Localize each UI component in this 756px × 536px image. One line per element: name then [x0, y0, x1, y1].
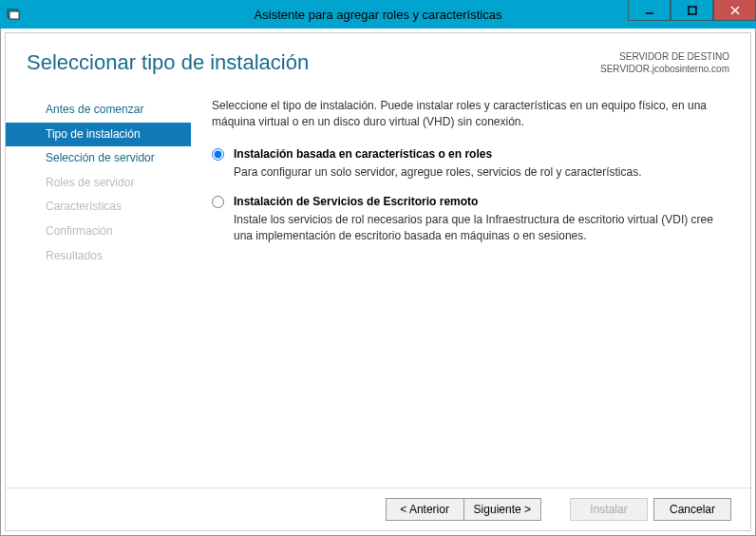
wizard-footer: < Anterior Siguiente > Instalar Cancelar [6, 488, 750, 530]
titlebar: Asistente para agregar roles y caracterí… [0, 0, 756, 29]
sidebar-item-server-roles: Roles de servidor [6, 171, 191, 196]
maximize-button[interactable] [671, 0, 713, 21]
option-remote-desktop[interactable]: Instalación de Servicios de Escritorio r… [212, 195, 724, 244]
sidebar-item-server-selection[interactable]: Selección de servidor [6, 146, 191, 171]
cancel-button[interactable]: Cancelar [653, 498, 731, 521]
option-desc: Instale los servicios de rol necesarios … [234, 212, 724, 244]
sidebar-item-confirmation: Confirmación [6, 220, 191, 244]
option-title: Instalación basada en características o … [234, 147, 724, 161]
option-title: Instalación de Servicios de Escritorio r… [234, 195, 724, 208]
previous-button[interactable]: < Anterior [386, 498, 463, 521]
install-button: Instalar [570, 498, 648, 521]
minimize-button[interactable] [628, 0, 671, 21]
sidebar-item-features: Características [6, 195, 191, 220]
close-button[interactable] [713, 0, 756, 21]
intro-text: Seleccione el tipo de instalación. Puede… [212, 98, 724, 130]
destination-info: SERVIDOR DE DESTINO SERVIDOR.jcobosinter… [600, 50, 729, 75]
radio-role-based[interactable] [212, 148, 224, 161]
svg-rect-1 [9, 11, 19, 19]
main-panel: Seleccione el tipo de instalación. Puede… [191, 88, 750, 268]
option-desc: Para configurar un solo servidor, agregu… [234, 164, 724, 181]
header: Seleccionar tipo de instalación SERVIDOR… [6, 33, 750, 88]
app-icon [6, 7, 21, 22]
window-controls [628, 0, 756, 29]
wizard-sidebar: Antes de comenzar Tipo de instalación Se… [6, 88, 191, 268]
svg-rect-3 [689, 7, 696, 14]
radio-remote-desktop[interactable] [212, 196, 224, 208]
sidebar-item-results: Resultados [6, 244, 191, 269]
destination-label: SERVIDOR DE DESTINO [600, 50, 729, 63]
sidebar-item-before-begin[interactable]: Antes de comenzar [6, 98, 191, 123]
page-title: Seleccionar tipo de instalación [27, 50, 309, 75]
sidebar-item-installation-type[interactable]: Tipo de instalación [6, 123, 191, 147]
option-role-based[interactable]: Instalación basada en características o … [212, 147, 724, 181]
destination-server-name: SERVIDOR.jcobosinterno.com [600, 63, 729, 75]
next-button[interactable]: Siguiente > [463, 498, 541, 521]
